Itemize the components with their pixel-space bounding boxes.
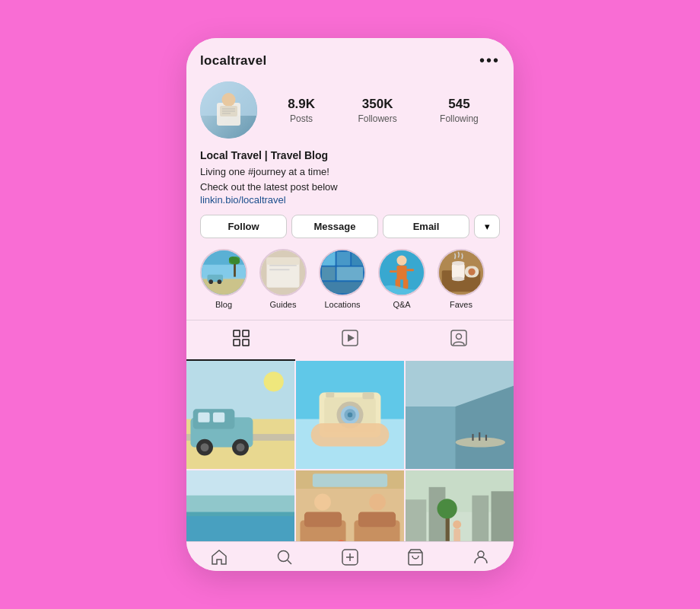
svg-rect-47 xyxy=(243,340,249,346)
highlight-label-qa: Q&A xyxy=(393,300,410,309)
bio-line1: Living one #journey at a time! xyxy=(200,164,500,180)
highlight-qa[interactable]: Q&A xyxy=(378,249,425,309)
posts-count: 8.9K xyxy=(288,97,315,112)
followers-count: 350K xyxy=(362,97,393,112)
svg-point-60 xyxy=(201,443,209,451)
chevron-down-icon: ▾ xyxy=(485,221,490,232)
grid-photo-6[interactable] xyxy=(406,470,514,541)
nav-search[interactable] xyxy=(252,548,317,566)
grid-icon xyxy=(233,330,250,350)
svg-point-96 xyxy=(369,494,386,511)
reels-icon xyxy=(342,330,358,350)
svg-point-41 xyxy=(452,277,465,282)
highlight-faves[interactable]: Faves xyxy=(438,249,485,309)
home-icon xyxy=(210,548,228,566)
follow-button[interactable]: Follow xyxy=(200,215,287,238)
tab-grid[interactable] xyxy=(186,320,295,361)
highlight-circle-qa xyxy=(378,249,425,296)
svg-rect-109 xyxy=(453,528,460,541)
svg-rect-81 xyxy=(472,434,473,441)
svg-rect-73 xyxy=(326,393,334,398)
message-button[interactable]: Message xyxy=(291,215,378,238)
grid-photo-2[interactable] xyxy=(296,361,404,469)
stats-row: 8.9K Posts 350K Followers 545 Following xyxy=(200,81,500,139)
svg-rect-82 xyxy=(479,432,480,441)
svg-point-110 xyxy=(453,521,461,529)
svg-rect-46 xyxy=(234,340,240,346)
dropdown-button[interactable]: ▾ xyxy=(474,215,500,238)
grid-photo-1[interactable] xyxy=(186,361,294,469)
svg-rect-44 xyxy=(234,330,240,336)
grid-photo-3[interactable] xyxy=(406,361,514,469)
email-button[interactable]: Email xyxy=(383,215,469,238)
shop-icon xyxy=(406,548,425,566)
more-options-button[interactable]: ••• xyxy=(479,52,500,69)
svg-rect-22 xyxy=(266,257,299,264)
svg-rect-28 xyxy=(337,267,364,281)
grid-photo-4[interactable] xyxy=(186,470,294,541)
svg-rect-57 xyxy=(198,413,209,422)
followers-stat[interactable]: 350K Followers xyxy=(358,97,396,124)
phone-mockup: localtravel ••• xyxy=(186,38,514,571)
svg-point-120 xyxy=(478,551,484,557)
highlight-label-locations: Locations xyxy=(324,300,360,309)
svg-point-63 xyxy=(264,371,284,391)
svg-rect-33 xyxy=(390,270,396,273)
svg-point-13 xyxy=(218,279,222,284)
photo-grid-section xyxy=(186,361,514,541)
posts-stat[interactable]: 8.9K Posts xyxy=(288,97,315,124)
svg-rect-72 xyxy=(362,393,374,400)
svg-rect-105 xyxy=(472,496,488,541)
svg-rect-29 xyxy=(322,282,363,293)
nav-home[interactable] xyxy=(186,548,252,566)
svg-point-43 xyxy=(468,268,475,275)
highlight-label-guides: Guides xyxy=(270,300,297,309)
svg-rect-36 xyxy=(403,279,409,289)
followers-label: Followers xyxy=(358,113,396,124)
svg-point-114 xyxy=(278,551,289,562)
grid-photo-5[interactable] xyxy=(296,470,404,541)
nav-add[interactable] xyxy=(317,548,383,566)
svg-rect-25 xyxy=(337,252,351,266)
story-highlights: Blog xyxy=(200,249,500,312)
action-buttons: Follow Message Email ▾ xyxy=(200,215,500,238)
highlight-circle-faves xyxy=(438,249,485,296)
svg-point-3 xyxy=(222,93,236,107)
svg-rect-39 xyxy=(452,263,465,279)
highlight-locations[interactable]: Locations xyxy=(319,249,366,309)
bio-section: Local Travel | Travel Blog Living one #j… xyxy=(200,149,500,206)
profile-icon xyxy=(472,548,490,566)
svg-point-108 xyxy=(438,499,457,518)
svg-rect-103 xyxy=(406,499,426,541)
svg-rect-58 xyxy=(213,413,224,422)
svg-rect-88 xyxy=(186,496,294,516)
following-count: 545 xyxy=(448,97,469,112)
avatar xyxy=(200,81,257,139)
posts-label: Posts xyxy=(290,113,313,124)
nav-profile[interactable] xyxy=(448,548,514,566)
svg-marker-49 xyxy=(348,334,355,342)
svg-rect-74 xyxy=(311,423,390,447)
svg-point-12 xyxy=(208,279,213,284)
svg-rect-24 xyxy=(322,252,336,266)
svg-rect-86 xyxy=(186,512,294,541)
svg-rect-94 xyxy=(358,512,396,528)
svg-rect-45 xyxy=(243,330,249,336)
username: localtravel xyxy=(200,53,266,69)
svg-rect-32 xyxy=(396,266,406,280)
svg-point-62 xyxy=(237,443,245,451)
following-stat[interactable]: 545 Following xyxy=(440,97,479,124)
svg-rect-34 xyxy=(407,269,414,271)
nav-shop[interactable] xyxy=(383,548,448,566)
highlight-label-blog: Blog xyxy=(215,300,232,309)
tab-tagged[interactable] xyxy=(405,320,514,361)
bio-link[interactable]: linkin.bio/localtravel xyxy=(200,194,500,206)
svg-point-40 xyxy=(452,261,465,266)
tab-reels[interactable] xyxy=(295,320,404,361)
highlight-guides[interactable]: Guides xyxy=(259,249,307,309)
tagged-icon xyxy=(450,330,467,350)
bio-line2: Check out the latest post below xyxy=(200,180,500,195)
svg-point-71 xyxy=(348,413,353,418)
add-icon xyxy=(341,548,359,566)
highlight-blog[interactable]: Blog xyxy=(200,249,247,309)
